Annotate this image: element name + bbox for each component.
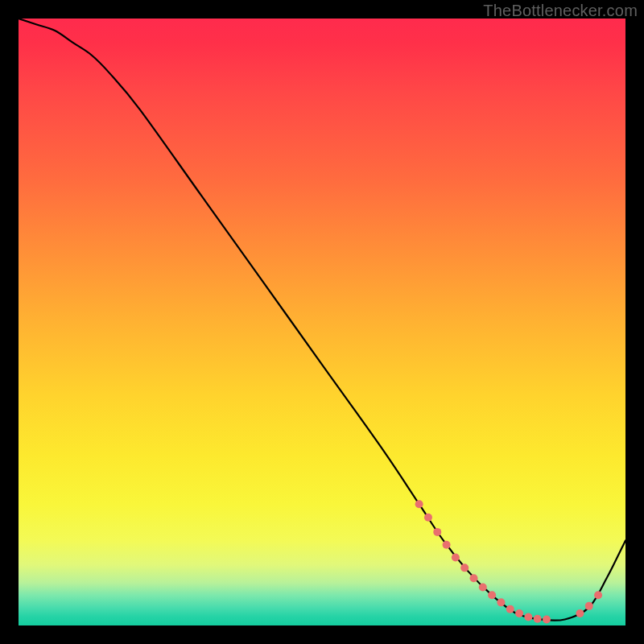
highlight-dot <box>452 554 460 562</box>
highlight-dot <box>576 609 584 617</box>
highlight-dot <box>470 574 478 582</box>
highlight-dot <box>433 528 441 536</box>
highlight-dot <box>585 602 593 610</box>
highlight-dot <box>424 514 432 522</box>
bottleneck-curve <box>19 19 625 621</box>
chart-stage: TheBottlenecker.com <box>0 0 644 644</box>
highlight-dot <box>524 613 532 621</box>
watermark-text: TheBottlenecker.com <box>483 2 638 20</box>
highlight-dots <box>415 500 602 623</box>
highlight-dot <box>443 541 451 549</box>
highlight-dot <box>534 615 542 623</box>
highlight-dot <box>497 598 505 606</box>
highlight-dot <box>506 605 514 613</box>
highlight-dot <box>460 564 469 572</box>
highlight-dot <box>415 500 423 508</box>
highlight-dot <box>488 591 496 599</box>
highlight-dot <box>515 609 523 617</box>
highlight-dot <box>594 591 602 599</box>
plot-area <box>19 19 625 625</box>
highlight-dot <box>543 615 551 623</box>
curve-layer <box>19 19 625 625</box>
highlight-dot <box>479 584 487 592</box>
